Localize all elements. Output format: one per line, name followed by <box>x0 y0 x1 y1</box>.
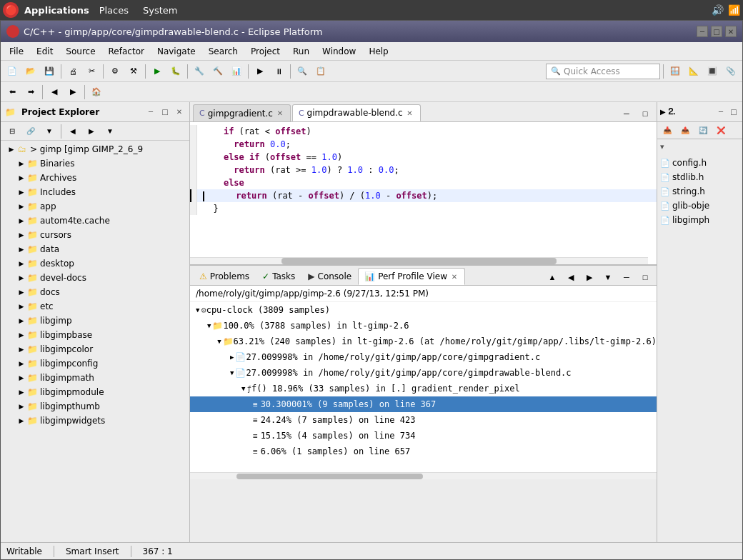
home-button[interactable]: 🏠 <box>88 84 105 100</box>
expand-arrow[interactable]: ▶ <box>16 246 26 253</box>
right-panel-item[interactable]: 📄 libgimph <box>657 213 742 227</box>
perspective-btn4[interactable]: 📎 <box>722 64 739 79</box>
menu-window[interactable]: Window <box>316 44 361 59</box>
minimize-button[interactable]: ─ <box>697 26 708 37</box>
tab-problems[interactable]: ⚠ Problems <box>193 268 256 285</box>
expand-arrow[interactable]: ▶ <box>6 146 16 153</box>
tree-project-root[interactable]: ▶ 🗂 > gimp [gimp GIMP_2_6_9 <box>1 142 189 156</box>
list-item[interactable]: ▶ 📁 libgimpmodule <box>1 385 189 399</box>
list-item[interactable]: ▶ 📁 docs <box>1 285 189 299</box>
tool6[interactable]: 🔧 <box>191 64 208 79</box>
tool8[interactable]: 📊 <box>228 64 245 79</box>
maximize-editor-button[interactable]: □ <box>637 106 654 121</box>
perf-row[interactable]: ▼ ƒ f() 18.96% (33 samples) in [.] gradi… <box>190 381 657 396</box>
back-button[interactable]: ⬅ <box>4 84 21 100</box>
right-toolbar-btn3[interactable]: 🔄 <box>694 123 712 139</box>
perf-row[interactable]: ▼ ⚙ cpu-clock (3809 samples) <box>190 302 657 318</box>
link-editor-button[interactable]: 🔗 <box>22 124 39 139</box>
perf-row[interactable]: ▼ 📁 100.0% (3788 samples) in lt-gimp-2.6 <box>190 318 657 334</box>
list-item[interactable]: ▶ 📁 libgimpconfig <box>1 356 189 371</box>
list-item[interactable]: ▶ 📁 desktop <box>1 256 189 271</box>
list-item[interactable]: ▶ 📁 autom4te.cache <box>1 214 189 228</box>
expand-arrow[interactable]: ▶ <box>16 317 26 324</box>
up-nav-button[interactable]: ▲ <box>544 269 561 285</box>
expand-arrow[interactable]: ▶ <box>16 160 26 167</box>
right-toolbar-btn4[interactable]: ❌ <box>712 123 729 139</box>
tab-close-button[interactable]: ✕ <box>276 109 284 118</box>
expand-icon[interactable]: ▼ <box>196 306 199 314</box>
perf-row[interactable]: ≡ 15.15% (4 samples) on line 734 <box>190 428 657 444</box>
right-toolbar-btn2[interactable]: 📤 <box>677 123 694 139</box>
expand-arrow[interactable]: ▶ <box>16 217 26 224</box>
expand-arrow[interactable]: ▶ <box>16 289 26 296</box>
expand-arrow[interactable]: ▶ <box>16 360 26 367</box>
editor-tab-0[interactable]: C gimpgradient.c ✕ <box>193 104 291 121</box>
debug-button[interactable]: 🐛 <box>167 64 184 79</box>
panel-menu-button[interactable]: ▼ <box>599 269 617 285</box>
maximize-panel-button[interactable]: □ <box>159 106 171 118</box>
tab-close-button[interactable]: ✕ <box>406 109 414 117</box>
perspective-btn3[interactable]: 🔳 <box>704 64 721 79</box>
list-item[interactable]: ▶ 📁 devel-docs <box>1 271 189 285</box>
perspective-btn2[interactable]: 📐 <box>685 64 702 79</box>
expand-icon[interactable]: ▶ <box>230 354 234 361</box>
tab-tasks[interactable]: ✓ Tasks <box>256 268 301 285</box>
menu-edit[interactable]: Edit <box>31 44 59 59</box>
maximize-button[interactable]: □ <box>711 26 722 37</box>
list-item[interactable]: ▶ 📁 libgimpcolor <box>1 342 189 356</box>
tool7[interactable]: 🔨 <box>209 64 226 79</box>
back-nav-button[interactable]: ◀ <box>64 124 81 139</box>
menu-button[interactable]: ▼ <box>41 124 58 139</box>
expand-arrow[interactable]: ▶ <box>16 331 26 339</box>
open-button[interactable]: 📂 <box>22 64 39 79</box>
expand-arrow[interactable]: ▶ <box>16 303 26 310</box>
expand-arrow[interactable]: ▶ <box>16 231 26 239</box>
minimize-right-button[interactable]: ─ <box>715 106 727 118</box>
next-edit-button[interactable]: ▶ <box>64 84 81 100</box>
forward-nav-button[interactable]: ▶ <box>581 269 598 285</box>
forward-nav-button[interactable]: ▶ <box>83 124 100 139</box>
system-menu[interactable]: System <box>139 5 181 16</box>
maximize-bottom-button[interactable]: □ <box>637 269 654 285</box>
menu-project[interactable]: Project <box>245 44 286 59</box>
expand-arrow[interactable]: ▶ <box>16 417 26 424</box>
menu-search[interactable]: Search <box>203 44 244 59</box>
menu-run[interactable]: Run <box>287 44 315 59</box>
expand-icon[interactable]: ▼ <box>230 369 234 376</box>
maximize-right-button[interactable]: □ <box>728 106 739 118</box>
collapse-all-button[interactable]: ⊟ <box>4 124 21 139</box>
minimize-editor-button[interactable]: ─ <box>618 106 635 121</box>
tool10[interactable]: ⏸ <box>270 64 287 79</box>
tool12[interactable]: 📋 <box>312 64 329 79</box>
new-button[interactable]: 📄 <box>4 64 21 79</box>
expand-arrow[interactable]: ▶ <box>16 274 26 281</box>
save-button[interactable]: 💾 <box>41 64 58 79</box>
forward-button[interactable]: ➡ <box>22 84 39 100</box>
perf-row[interactable]: ▶ 📄 27.009998% in /home/roly/git/gimp/ap… <box>190 349 657 365</box>
expand-arrow[interactable]: ▶ <box>16 260 26 267</box>
list-item[interactable]: ▶ 📁 data <box>1 242 189 256</box>
list-item[interactable]: ▶ 📁 libgimpbase <box>1 328 189 342</box>
perf-row[interactable]: ≡ 6.06% (1 samples) on line 657 <box>190 444 657 459</box>
expand-arrow[interactable]: ▶ <box>16 374 26 381</box>
perspective-btn1[interactable]: 🪟 <box>667 64 684 79</box>
h-scrollbar[interactable] <box>190 257 648 264</box>
tool9[interactable]: ▶ <box>251 64 269 79</box>
close-button[interactable]: ✕ <box>725 26 737 37</box>
quick-access-box[interactable]: 🔍 Quick Access <box>546 64 660 79</box>
minimize-bottom-button[interactable]: ─ <box>618 269 635 285</box>
perf-row[interactable]: ≡ 24.24% (7 samples) on line 423 <box>190 412 657 428</box>
tab-console[interactable]: ▶ Console <box>301 268 358 285</box>
perf-tab-close-button[interactable]: ✕ <box>450 272 459 281</box>
tool11[interactable]: 🔍 <box>294 64 311 79</box>
back-nav-button[interactable]: ◀ <box>562 269 579 285</box>
tool5[interactable]: ⚒ <box>125 64 142 79</box>
places-menu[interactable]: Places <box>95 5 133 16</box>
perf-row[interactable]: ▼ 📄 27.009998% in /home/roly/git/gimp/ap… <box>190 365 657 381</box>
expand-arrow[interactable]: ▶ <box>16 189 26 196</box>
right-toolbar-btn1[interactable]: 📥 <box>659 123 676 139</box>
menu-source[interactable]: Source <box>60 44 101 59</box>
list-item[interactable]: ▶ 📁 etc <box>1 299 189 314</box>
run-button[interactable]: ▶ <box>149 64 166 79</box>
expand-arrow[interactable]: ▶ <box>16 403 26 410</box>
